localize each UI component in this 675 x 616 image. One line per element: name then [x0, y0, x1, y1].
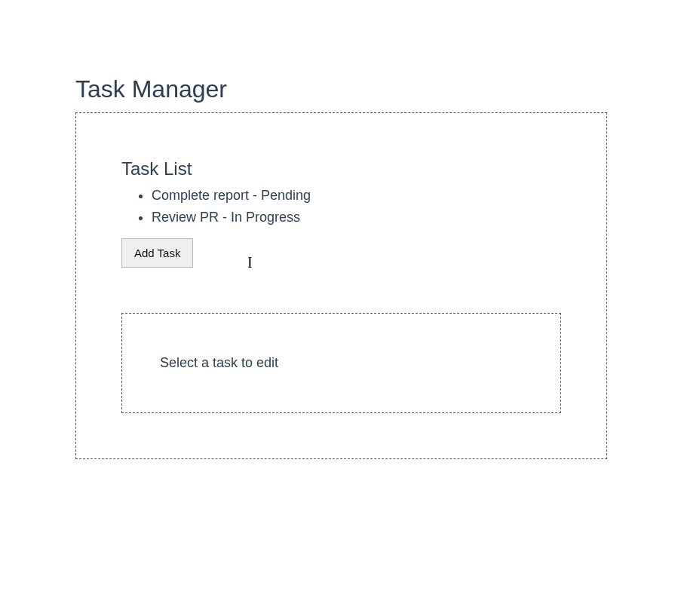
task-item-label: Review PR - In Progress — [152, 210, 300, 225]
list-item[interactable]: Review PR - In Progress — [152, 207, 561, 228]
add-task-button[interactable]: Add Task — [121, 238, 193, 268]
task-editor-panel: Select a task to edit — [121, 313, 561, 413]
page-title: Task Manager — [75, 75, 607, 103]
list-item[interactable]: Complete report - Pending — [152, 185, 561, 206]
task-item-label: Complete report - Pending — [152, 188, 311, 203]
task-list: Complete report - Pending Review PR - In… — [121, 185, 561, 228]
main-panel: Task List Complete report - Pending Revi… — [75, 112, 607, 459]
task-list-heading: Task List — [121, 158, 561, 179]
task-editor-placeholder: Select a task to edit — [160, 355, 523, 371]
